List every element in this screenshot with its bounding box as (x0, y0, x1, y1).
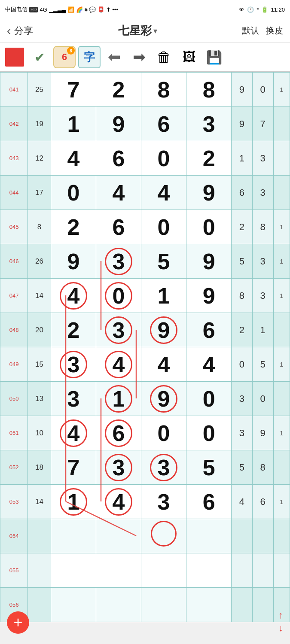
row-num-4 (186, 588, 232, 622)
row-num-3: 3 (141, 450, 186, 485)
row-small-2: 8 (252, 450, 273, 485)
row-sum (28, 588, 51, 622)
skin-button[interactable]: 换皮 (266, 25, 283, 36)
row-sum: 15 (28, 347, 51, 382)
table-row: 041257288901 (0, 73, 290, 107)
status-carrier: 中国电信 HD 4G ▁▂▃▄ 📶 🌈 ¥ 💬 📮 ⬆ ••• (5, 6, 118, 13)
row-num-2: 4 (96, 347, 141, 382)
row-sum: 20 (28, 313, 51, 347)
row-num-3: 4 (141, 176, 186, 210)
row-small-2: 5 (252, 347, 273, 382)
row-id: 053 (0, 485, 28, 519)
row-extra (273, 553, 290, 588)
row-num-2: 1 (96, 382, 141, 416)
table-row: 056 (0, 588, 290, 622)
table-row: 04582600281 (0, 210, 290, 244)
header-left[interactable]: ‹ 分享 (7, 24, 33, 38)
table-row: 046269359531 (0, 244, 290, 279)
row-sum: 18 (28, 450, 51, 485)
row-small-2: 3 (252, 176, 273, 210)
row-num-1: 7 (51, 450, 96, 485)
save-button[interactable]: 💾 (203, 46, 225, 68)
header-actions[interactable]: 默认 换皮 (242, 25, 283, 36)
forward-arrow-button[interactable]: ➡ (128, 46, 150, 68)
row-extra (273, 450, 290, 485)
row-num-1: 1 (51, 485, 96, 519)
scroll-arrows[interactable]: ↑ ↓ (278, 610, 283, 634)
red-square-icon (5, 48, 24, 67)
eye-icon: 👁 (239, 6, 244, 13)
table-row: 049153444051 (0, 347, 290, 382)
row-sum: 19 (28, 107, 51, 141)
char-button[interactable]: 字 (78, 46, 101, 68)
row-extra: 1 (273, 73, 290, 107)
checkmark-button[interactable]: ✔ (28, 46, 51, 68)
row-num-4: 3 (186, 107, 232, 141)
row-num-2 (96, 588, 141, 622)
row-num-3: 4 (141, 347, 186, 382)
row-id: 044 (0, 176, 28, 210)
row-num-2: 3 (96, 244, 141, 279)
row-num-1: 4 (51, 416, 96, 450)
table-row: 04312460213 (0, 141, 290, 176)
row-num-1: 4 (51, 279, 96, 313)
row-num-1 (51, 553, 96, 588)
share-button[interactable]: 分享 (14, 24, 33, 37)
row-num-2: 4 (96, 485, 141, 519)
row-small-1 (232, 588, 253, 622)
back-arrow-button[interactable]: ⬅ (103, 46, 125, 68)
trash-button[interactable]: 🗑 (153, 46, 175, 68)
row-num-1: 2 (51, 313, 96, 347)
row-num-3: 1 (141, 279, 186, 313)
red-square-button[interactable] (3, 46, 26, 68)
clock-icon: 🕐 (247, 6, 254, 13)
back-button[interactable]: ‹ (7, 24, 11, 38)
row-num-4: 9 (186, 244, 232, 279)
header-title-group: 七星彩 ▾ (118, 23, 157, 38)
scroll-up-arrow[interactable]: ↑ (278, 610, 283, 621)
row-id: 041 (0, 73, 28, 107)
forward-arrow-icon: ➡ (133, 48, 146, 66)
row-id: 043 (0, 141, 28, 176)
row-num-4: 5 (186, 450, 232, 485)
add-float-button[interactable]: + (7, 611, 29, 634)
row-sum: 12 (28, 141, 51, 176)
row-num-1 (51, 519, 96, 553)
row-extra: 1 (273, 347, 290, 382)
row-id: 050 (0, 382, 28, 416)
row-num-3: 8 (141, 73, 186, 107)
wifi-icon: 📶 (67, 6, 74, 13)
photos-icon: 🖼 (183, 50, 195, 64)
title-dropdown-icon[interactable]: ▾ (153, 26, 157, 36)
row-num-3: 9 (141, 313, 186, 347)
table-row: 051104600391 (0, 416, 290, 450)
row-small-1: 8 (232, 279, 253, 313)
row-id: 048 (0, 313, 28, 347)
save-icon: 💾 (206, 50, 222, 65)
table-row: 05218733558 (0, 450, 290, 485)
row-small-2: 3 (252, 141, 273, 176)
row-num-1: 3 (51, 382, 96, 416)
row-id: 042 (0, 107, 28, 141)
row-num-1: 0 (51, 176, 96, 210)
scroll-down-arrow[interactable]: ↓ (278, 623, 283, 634)
row-num-3: 0 (141, 210, 186, 244)
circle-badge-button[interactable]: 6 8 (53, 46, 76, 68)
row-id: 051 (0, 416, 28, 450)
trash-icon: 🗑 (157, 49, 171, 66)
row-num-2: 2 (96, 73, 141, 107)
table-row: 054 (0, 519, 290, 553)
row-id: 045 (0, 210, 28, 244)
data-table-wrapper: 0412572889010421919639704312460213044170… (0, 72, 290, 622)
row-small-2: 1 (252, 313, 273, 347)
row-num-1 (51, 588, 96, 622)
photos-button[interactable]: 🖼 (178, 46, 200, 68)
row-id: 047 (0, 279, 28, 313)
row-num-2: 6 (96, 141, 141, 176)
row-sum: 10 (28, 416, 51, 450)
row-num-3: 9 (141, 382, 186, 416)
table-row: 05013319030 (0, 382, 290, 416)
row-sum: 25 (28, 73, 51, 107)
row-small-2 (252, 553, 273, 588)
default-button[interactable]: 默认 (242, 25, 259, 36)
